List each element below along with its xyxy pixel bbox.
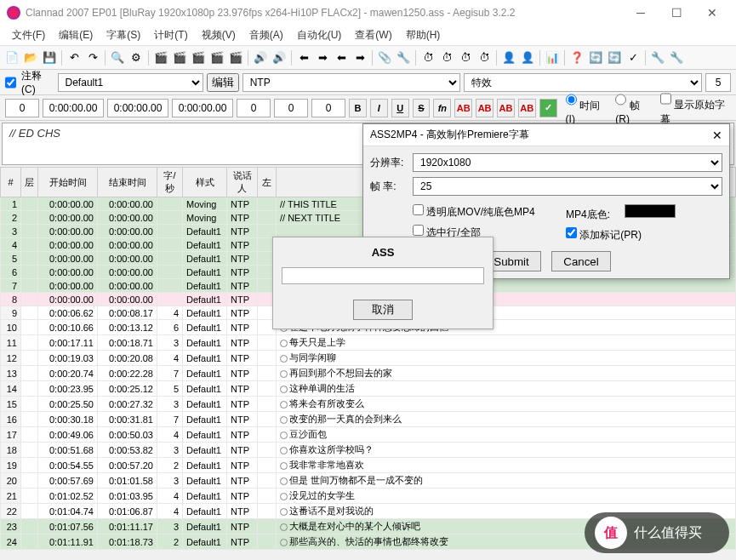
- table-row[interactable]: 150:00:25.500:00:27.323Default1NTP将来会有所改…: [1, 397, 736, 412]
- table-row[interactable]: 120:00:19.030:00:20.084Default1NTP与同学闲聊: [1, 351, 736, 366]
- table-row[interactable]: 110:00:17.110:00:18.713Default1NTP每天只是上学: [1, 335, 736, 351]
- close-button[interactable]: ✕: [695, 0, 729, 26]
- toolbar-button[interactable]: 👤: [519, 49, 536, 66]
- transparent-checkbox[interactable]: 透明底MOV/纯底色MP4: [413, 204, 566, 220]
- toolbar-button[interactable]: 🔧: [395, 49, 412, 66]
- toolbar-button[interactable]: ✓: [625, 49, 642, 66]
- toolbar-button[interactable]: ⏱: [438, 49, 455, 66]
- toolbar-button[interactable]: 🔍: [109, 49, 126, 66]
- margin-r-input[interactable]: [274, 99, 308, 117]
- cancel-button[interactable]: Cancel: [551, 251, 611, 271]
- actor-combo[interactable]: NTP: [242, 73, 460, 92]
- table-row[interactable]: 190:00:54.550:00:57.202Default1NTP我非常非常地…: [1, 458, 736, 473]
- menu-item[interactable]: 自动化(U): [290, 26, 349, 44]
- time-mode-radio[interactable]: 时间(I): [566, 90, 608, 125]
- style-combo[interactable]: Default1: [58, 73, 203, 92]
- toolbar-button[interactable]: 💾: [41, 49, 58, 66]
- bold-button[interactable]: B: [349, 99, 367, 117]
- toolbar-button[interactable]: 📂: [22, 49, 39, 66]
- progress-cancel-button[interactable]: 取消: [353, 300, 413, 320]
- toolbar-button[interactable]: ➡: [351, 49, 368, 66]
- bgcolor-label: MP4底色:: [566, 209, 610, 220]
- commit-button[interactable]: ✓: [539, 99, 557, 117]
- toolbar-button[interactable]: ⚙: [128, 49, 145, 66]
- column-header[interactable]: 左: [258, 168, 277, 197]
- toolbar-button[interactable]: 🎬: [227, 49, 244, 66]
- toolbar-button[interactable]: ⏱: [419, 49, 436, 66]
- column-header[interactable]: 样式: [183, 168, 227, 197]
- table-row[interactable]: 130:00:20.740:00:22.287Default1NTP再回到那个不…: [1, 366, 736, 381]
- table-row[interactable]: 210:01:02.520:01:03.954Default1NTP没见过的女学…: [1, 489, 736, 504]
- toolbar-button[interactable]: 🎬: [208, 49, 225, 66]
- column-header[interactable]: 结束时间: [98, 168, 157, 197]
- toolbar-button[interactable]: ↶: [66, 49, 83, 66]
- column-header[interactable]: 开始时间: [38, 168, 98, 197]
- menu-item[interactable]: 查看(W): [348, 26, 398, 44]
- toolbar-button[interactable]: 🔊: [252, 49, 269, 66]
- column-header[interactable]: 层: [21, 168, 38, 197]
- font-button[interactable]: fn: [433, 99, 451, 117]
- color1-button[interactable]: AB: [454, 99, 472, 117]
- edit-style-button[interactable]: 编辑: [207, 73, 239, 92]
- bgcolor-swatch[interactable]: [625, 204, 676, 218]
- column-header[interactable]: 字/秒: [157, 168, 183, 197]
- underline-button[interactable]: U: [391, 99, 409, 117]
- resolution-select[interactable]: 1920x1080: [413, 153, 722, 172]
- table-row[interactable]: 140:00:23.950:00:25.125Default1NTP这种单调的生…: [1, 381, 736, 397]
- table-row[interactable]: 170:00:49.060:00:50.034Default1NTP豆沙面包: [1, 427, 736, 443]
- toolbar-button[interactable]: ➡: [314, 49, 331, 66]
- toolbar-button[interactable]: ⬅: [333, 49, 350, 66]
- toolbar-button[interactable]: 📎: [376, 49, 393, 66]
- column-header[interactable]: 说话人: [227, 168, 258, 197]
- color4-button[interactable]: AB: [518, 99, 536, 117]
- color3-button[interactable]: AB: [497, 99, 515, 117]
- layer-input[interactable]: [5, 99, 39, 117]
- toolbar-button[interactable]: 👤: [500, 49, 517, 66]
- maximize-button[interactable]: ☐: [659, 0, 693, 26]
- toolbar-button[interactable]: 🔧: [649, 49, 666, 66]
- frame-mode-radio[interactable]: 帧(R): [615, 90, 651, 125]
- toolbar-button[interactable]: 📄: [3, 49, 20, 66]
- menu-item[interactable]: 编辑(E): [52, 26, 100, 44]
- progress-bar: [282, 267, 484, 284]
- toolbar-button[interactable]: 📊: [544, 49, 561, 66]
- table-row[interactable]: 160:00:30.180:00:31.817Default1NTP改变的那一天…: [1, 412, 736, 427]
- toolbar-button[interactable]: 🔄: [587, 49, 604, 66]
- toolbar-button[interactable]: 🔄: [606, 49, 623, 66]
- toolbar-button[interactable]: ⏱: [476, 49, 493, 66]
- menu-item[interactable]: 视频(V): [195, 26, 242, 44]
- start-time-input[interactable]: [43, 99, 104, 117]
- table-row[interactable]: 200:00:57.690:01:01.583Default1NTP但是 世间万…: [1, 473, 736, 489]
- toolbar-button[interactable]: ❓: [568, 49, 585, 66]
- margin-l-input[interactable]: [237, 99, 271, 117]
- toolbar-button[interactable]: 🎬: [190, 49, 207, 66]
- menu-item[interactable]: 文件(F): [5, 26, 52, 44]
- add-marker-checkbox[interactable]: 添加标记(PR): [566, 227, 676, 243]
- toolbar-button[interactable]: 🔧: [668, 49, 685, 66]
- menu-item[interactable]: 计时(T): [147, 26, 194, 44]
- fps-select[interactable]: 25: [413, 177, 722, 196]
- fps-label: 帧 率:: [370, 180, 408, 194]
- italic-button[interactable]: I: [370, 99, 388, 117]
- table-row[interactable]: 180:00:51.680:00:53.823Default1NTP你喜欢这所学…: [1, 443, 736, 458]
- toolbar-button[interactable]: 🎬: [171, 49, 188, 66]
- comment-checkbox[interactable]: [5, 73, 16, 92]
- duration-input[interactable]: [172, 99, 233, 117]
- toolbar-button[interactable]: 🎬: [152, 49, 169, 66]
- column-header[interactable]: #: [1, 168, 21, 197]
- toolbar-button[interactable]: ↷: [84, 49, 101, 66]
- margin-v-input[interactable]: [311, 99, 345, 117]
- menu-item[interactable]: 音频(A): [242, 26, 290, 44]
- toolbar-button[interactable]: 🔊: [271, 49, 288, 66]
- dialog-close-icon[interactable]: ✕: [712, 129, 722, 142]
- color2-button[interactable]: AB: [476, 99, 494, 117]
- show-orig-checkbox[interactable]: 显示原始字幕: [660, 89, 731, 127]
- menu-item[interactable]: 字幕(S): [100, 26, 147, 44]
- minimize-button[interactable]: ─: [624, 0, 658, 26]
- toolbar-button[interactable]: ⬅: [295, 49, 312, 66]
- end-time-input[interactable]: [107, 99, 168, 117]
- menu-item[interactable]: 帮助(H): [399, 26, 448, 44]
- strike-button[interactable]: S: [413, 99, 431, 117]
- watermark-text: 什么值得买: [634, 524, 702, 542]
- toolbar-button[interactable]: ⏱: [457, 49, 474, 66]
